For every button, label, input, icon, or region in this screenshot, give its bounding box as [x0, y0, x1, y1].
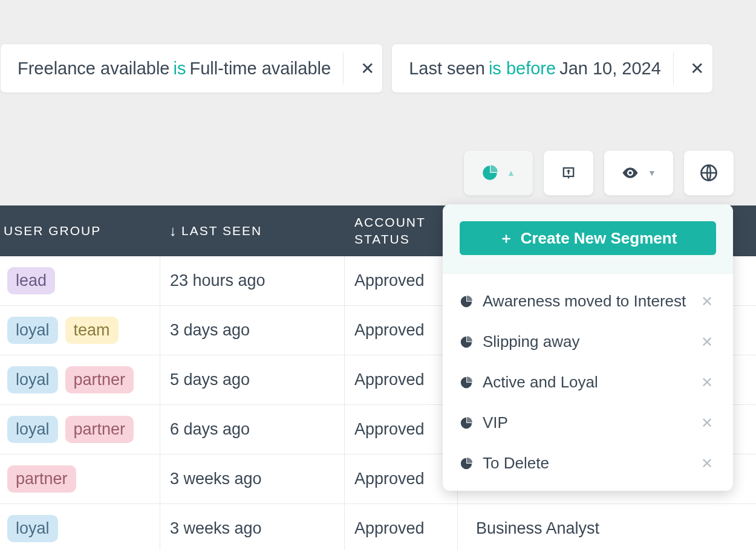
filter-field: Last seen [409, 59, 485, 79]
segments-dropdown: ＋ Create New Segment Awareness moved to … [443, 204, 733, 491]
cell-account-status: Approved [345, 455, 457, 503]
tag-lead: lead [7, 267, 55, 294]
filter-operator: is before [489, 59, 556, 79]
cell-last-seen: 3 days ago [160, 306, 345, 355]
close-icon[interactable]: ✕ [682, 44, 712, 92]
cell-account-status: Approved [345, 256, 457, 305]
column-label: ACCOUNT [354, 215, 426, 229]
cell-account-status: Approved [345, 306, 457, 355]
segment-label: Active and Loyal [483, 373, 688, 392]
filter-value: Jan 10, 2024 [559, 59, 661, 79]
filter-value: Full-time available [189, 59, 331, 79]
tag-loyal: loyal [7, 515, 58, 542]
segments-button[interactable]: ▲ [463, 150, 533, 196]
segment-icon [460, 416, 473, 430]
column-label: LAST SEEN [181, 224, 262, 238]
cell-user-group: lead [0, 267, 160, 294]
cell-user-group: partner [0, 465, 160, 492]
tag-partner: partner [65, 416, 134, 442]
cell-last-seen: 6 days ago [160, 405, 345, 454]
segment-item[interactable]: VIP✕ [443, 403, 733, 443]
svg-point-0 [629, 172, 632, 175]
sort-desc-icon: ↓ [169, 222, 178, 239]
segment-item[interactable]: Awareness moved to Interest✕ [443, 281, 733, 322]
cell-last-seen: 5 days ago [160, 355, 345, 404]
dropdown-header: ＋ Create New Segment [443, 204, 733, 274]
segment-icon [460, 295, 473, 308]
column-header-last-seen[interactable]: ↓ LAST SEEN [160, 222, 345, 239]
cell-last-seen: 3 weeks ago [160, 504, 345, 550]
segment-label: To Delete [483, 454, 688, 473]
export-icon [560, 164, 577, 181]
filter-chip-freelance[interactable]: Freelance available is Full-time availab… [0, 44, 383, 93]
create-segment-label: Create New Segment [521, 229, 677, 248]
globe-icon [700, 164, 718, 182]
caret-up-icon: ▲ [507, 168, 515, 178]
cell-last-seen: 23 hours ago [160, 256, 345, 305]
filter-bar: Freelance available is Full-time availab… [0, 0, 756, 93]
remove-segment-icon[interactable]: ✕ [698, 374, 716, 391]
filter-chip-last-seen[interactable]: Last seen is before Jan 10, 2024 ✕ [391, 44, 713, 93]
column-header-user-group[interactable]: USER GROUP [0, 224, 160, 238]
cell-user-group: loyal [0, 515, 160, 542]
tag-team: team [65, 317, 119, 343]
column-header-account-status[interactable]: ACCOUNT STATUS [345, 214, 457, 248]
divider [343, 52, 344, 85]
remove-segment-icon[interactable]: ✕ [698, 334, 716, 351]
cell-account-status: Approved [345, 405, 457, 454]
export-button[interactable] [543, 150, 594, 196]
tag-loyal: loyal [7, 317, 58, 343]
table-row[interactable]: loyal3 weeks agoApprovedBusiness Analyst [0, 504, 756, 550]
remove-segment-icon[interactable]: ✕ [698, 455, 716, 472]
segment-icon [460, 457, 473, 470]
segment-label: Slipping away [483, 332, 688, 351]
segments-list: Awareness moved to Interest✕Slipping awa… [443, 274, 733, 491]
cell-user-group: loyalpartner [0, 416, 160, 442]
divider [673, 52, 674, 85]
tag-loyal: loyal [7, 366, 58, 393]
close-icon[interactable]: ✕ [352, 44, 382, 92]
cell-account-status: Approved [345, 355, 457, 404]
caret-down-icon: ▼ [648, 168, 656, 178]
segment-icon [460, 376, 473, 389]
cell-account-status: Approved [345, 504, 457, 550]
remove-segment-icon[interactable]: ✕ [698, 415, 716, 432]
toolbar: ▲ ▼ [0, 93, 756, 205]
segment-icon [481, 164, 498, 181]
cell-user-group: loyalpartner [0, 366, 160, 393]
segment-item[interactable]: Slipping away✕ [443, 322, 733, 362]
segment-icon [460, 335, 473, 349]
segment-item[interactable]: Active and Loyal✕ [443, 362, 733, 403]
create-segment-button[interactable]: ＋ Create New Segment [460, 221, 716, 255]
filter-operator: is [173, 59, 186, 79]
cell-user-group: loyalteam [0, 317, 160, 343]
tag-partner: partner [7, 465, 76, 492]
remove-segment-icon[interactable]: ✕ [698, 293, 716, 310]
column-label: STATUS [354, 232, 410, 246]
plus-icon: ＋ [499, 228, 513, 248]
tag-partner: partner [65, 366, 134, 393]
visibility-button[interactable]: ▼ [604, 150, 674, 196]
globe-button[interactable] [683, 150, 734, 196]
segment-label: VIP [483, 413, 688, 432]
cell-last-seen: 3 weeks ago [160, 455, 345, 503]
segment-item[interactable]: To Delete✕ [443, 443, 733, 484]
tag-loyal: loyal [7, 416, 58, 442]
filter-field: Freelance available [18, 59, 169, 79]
segment-label: Awareness moved to Interest [483, 292, 688, 311]
eye-icon [621, 164, 639, 182]
cell-role: Business Analyst [457, 504, 756, 550]
